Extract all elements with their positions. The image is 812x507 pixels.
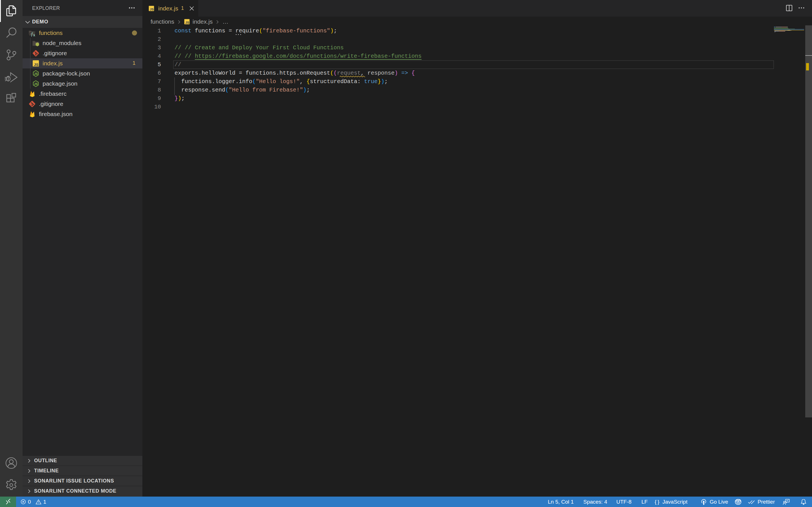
svg-text:JS: JS — [185, 21, 189, 24]
svg-text:JS: JS — [34, 62, 39, 67]
svg-text:JS: JS — [34, 82, 38, 86]
svg-text:JS: JS — [150, 8, 154, 11]
svg-text:x: x — [33, 33, 35, 37]
svg-text:JS: JS — [34, 72, 38, 75]
